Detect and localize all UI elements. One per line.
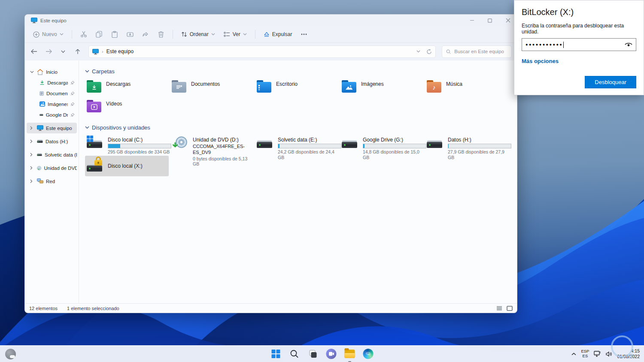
- share-icon: [142, 31, 149, 38]
- start-button[interactable]: [269, 347, 283, 361]
- file-explorer-button[interactable]: [343, 347, 357, 361]
- sidebar-item-red[interactable]: Red: [27, 176, 77, 187]
- back-button[interactable]: [27, 45, 40, 57]
- titlebar[interactable]: Este equipo: [25, 15, 517, 26]
- breadcrumb-bar[interactable]: › Este equipo: [88, 45, 436, 58]
- clipboard-icon: [112, 31, 118, 38]
- refresh-icon[interactable]: [426, 49, 432, 54]
- section-header-carpetas[interactable]: Carpetas: [85, 68, 517, 75]
- search-box[interactable]: [442, 45, 512, 58]
- edge-button[interactable]: [361, 347, 376, 361]
- drive-tile-g[interactable]: Google Drive (G:) 14,8 GB disponibles de…: [340, 135, 425, 156]
- chat-button[interactable]: [324, 347, 339, 361]
- folder-tile-musica[interactable]: ♪ Música: [425, 79, 510, 99]
- folder-tile-videos[interactable]: Vídeos: [85, 99, 170, 118]
- drive-icon: [257, 136, 273, 148]
- folder-tile-descargas[interactable]: Descargas: [85, 79, 170, 99]
- clock[interactable]: 4:15 01/08/2022: [617, 348, 641, 359]
- drive-icon: [37, 153, 42, 157]
- cut-button[interactable]: [76, 28, 91, 40]
- drive-name: Disco local (C:): [108, 137, 171, 143]
- sidebar-item-este-equipo[interactable]: Este equipo: [27, 123, 77, 133]
- chevron-down-icon: [211, 33, 215, 36]
- rename-button[interactable]: [123, 28, 137, 40]
- view-button[interactable]: Ver: [220, 29, 251, 39]
- chevron-down-icon: [85, 70, 89, 73]
- sidebar-item-label: Solvetic data (E:): [45, 152, 77, 157]
- see-more-button[interactable]: [297, 28, 311, 40]
- sort-arrows-icon: [181, 31, 187, 37]
- search-input[interactable]: [454, 49, 507, 54]
- chevron-right-icon[interactable]: [30, 153, 34, 157]
- sidebar-item-datos[interactable]: Datos (H:): [27, 136, 77, 147]
- chevron-right-icon[interactable]: [30, 126, 34, 130]
- copy-button[interactable]: [92, 28, 106, 40]
- address-dropdown-icon[interactable]: [416, 50, 420, 53]
- section-label: Carpetas: [92, 68, 115, 75]
- drive-tile-h[interactable]: Datos (H:) 27,9 GB disponibles de 27,9 G…: [425, 135, 510, 156]
- sidebar-item-descargas[interactable]: Descargas: [27, 77, 77, 88]
- details-view-icon[interactable]: [496, 306, 502, 311]
- text-caret: [563, 42, 564, 48]
- disc-label: CCCOMA_X64FRE_ES-ES_DV9: [193, 144, 252, 155]
- folder-tile-documentos[interactable]: Documentos: [170, 79, 255, 99]
- drive-capacity: 14,8 GB disponibles de 15,0 GB: [363, 149, 426, 160]
- sidebar-item-label: Documentos: [46, 91, 68, 96]
- sidebar-item-imagenes[interactable]: Imágenes: [27, 99, 77, 109]
- sidebar-item-dvd[interactable]: Unidad de DVD (D:): [27, 163, 77, 173]
- up-button[interactable]: [71, 45, 84, 57]
- drive-name: Disco local (X:): [108, 163, 143, 169]
- large-icons-view-icon[interactable]: [507, 306, 513, 311]
- chevron-right-icon[interactable]: [30, 166, 34, 170]
- language-indicator[interactable]: ESP ES: [581, 349, 589, 359]
- section-header-dispositivos[interactable]: Dispositivos y unidades: [85, 124, 517, 131]
- sidebar-item-inicio[interactable]: Inicio: [27, 66, 77, 77]
- trash-icon: [158, 31, 164, 38]
- more-options-link[interactable]: Más opciones: [522, 58, 559, 64]
- folder-tile-escritorio[interactable]: Escritorio: [255, 79, 340, 99]
- sidebar-item-solvetic-data[interactable]: Solvetic data (E:): [27, 149, 77, 160]
- section-label: Dispositivos y unidades: [92, 124, 150, 131]
- volume-icon[interactable]: [606, 351, 612, 357]
- music-folder-icon: ♪: [427, 80, 441, 93]
- drive-tile-dvd[interactable]: Unidad de DVD (D:) CCCOMA_X64FRE_ES-ES_D…: [170, 135, 255, 156]
- folder-tile-imagenes[interactable]: Imágenes: [340, 79, 425, 99]
- reveal-password-icon[interactable]: [625, 42, 632, 47]
- breadcrumb-current[interactable]: Este equipo: [106, 48, 134, 54]
- sidebar-item-google-drive[interactable]: Google Drive (G: [27, 109, 77, 120]
- sort-button[interactable]: Ordenar: [177, 29, 219, 39]
- dvd-drive-icon: [172, 136, 188, 148]
- local-disk-icon: [87, 136, 103, 148]
- new-button[interactable]: Nuevo: [29, 29, 67, 40]
- new-button-label: Nuevo: [42, 31, 57, 37]
- task-view-button[interactable]: [306, 347, 320, 361]
- paste-button[interactable]: [107, 28, 122, 40]
- maximize-button[interactable]: [481, 15, 499, 26]
- recent-locations-button[interactable]: [57, 45, 70, 57]
- window-tab[interactable]: Este equipo: [25, 15, 73, 26]
- scissors-icon: [80, 31, 87, 38]
- share-button[interactable]: [138, 28, 153, 40]
- forward-button[interactable]: [42, 45, 55, 57]
- tray-overflow-chevron[interactable]: [571, 353, 576, 356]
- eject-button[interactable]: Expulsar: [260, 29, 296, 39]
- this-pc-icon: [92, 49, 99, 54]
- unlock-button[interactable]: Desbloquear: [585, 76, 636, 88]
- password-input[interactable]: ●●●●●●●●●●●: [522, 38, 636, 51]
- bitlocker-dialog: BitLocker (X:) Escriba la contraseña par…: [514, 0, 644, 95]
- desktop-folder-icon: [257, 80, 271, 93]
- chevron-right-icon[interactable]: [30, 179, 34, 183]
- delete-button[interactable]: [154, 28, 168, 40]
- chevron-right-icon[interactable]: [30, 139, 34, 143]
- drive-tile-e[interactable]: Solvetic data (E:) 24,2 GB disponibles d…: [255, 135, 340, 156]
- minimize-button[interactable]: [463, 15, 481, 26]
- sidebar-item-documentos[interactable]: Documentos: [27, 88, 77, 99]
- plus-circle-icon: [33, 31, 39, 38]
- chevron-down-icon[interactable]: [30, 71, 34, 73]
- drive-tile-x-selected[interactable]: Disco local (X:): [85, 156, 169, 176]
- taskbar-search-button[interactable]: [287, 347, 302, 361]
- network-icon[interactable]: [594, 351, 601, 357]
- widgets-icon[interactable]: [5, 349, 16, 359]
- drive-tile-c[interactable]: Disco local (C:) 295 GB disponibles de 3…: [85, 135, 170, 156]
- taskbar: ESP ES 4:15 01/08/2022: [0, 345, 644, 362]
